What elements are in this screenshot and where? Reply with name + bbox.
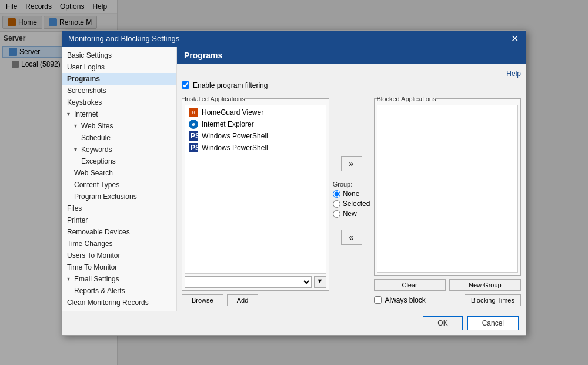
nav-exceptions[interactable]: Exceptions [62,155,176,167]
radio-new-label: New [343,210,357,218]
installed-app-list[interactable]: H HomeGuard Viewer e Internet Explorer [185,105,326,274]
settings-nav: Basic Settings User Logins Programs Scre… [62,47,177,311]
radio-none-label: None [343,190,360,198]
app-name-ps2: Windows PowerShell [202,144,268,152]
help-link[interactable]: Help [506,69,521,78]
cancel-button[interactable]: Cancel [467,316,519,330]
nav-internet[interactable]: ▾Internet [62,108,176,120]
middle-controls: » Group: None Selected [334,95,369,306]
ie-icon: e [189,120,198,129]
nav-content-types[interactable]: Content Types [62,179,176,191]
installed-dropdown-row: ▼ [185,276,326,288]
nav-clean-monitoring[interactable]: Clean Monitoring Records [62,297,176,308]
modal-overlay: Monitoring and Blocking Settings ✕ Basic… [0,0,588,365]
always-block-row: Always block Blocking Times [374,294,522,306]
new-group-button[interactable]: New Group [449,279,521,291]
radio-selected-row: Selected [333,200,370,208]
nav-keystrokes[interactable]: Keystrokes [62,97,176,108]
blocked-applications-fieldset: Blocked Applications [374,95,522,276]
app-name-ie: Internet Explorer [202,120,254,128]
always-block-label: Always block [385,296,426,304]
svg-text:PS: PS [191,144,198,152]
nav-email-settings[interactable]: ▾Email Settings [62,273,176,285]
browse-add-row: Browse Add [182,294,329,306]
nav-programs[interactable]: Programs [62,73,176,85]
clear-newgroup-row: Clear New Group [374,279,522,291]
radio-new-row: New [333,210,357,218]
radio-none-row: None [333,190,360,198]
dialog: Monitoring and Blocking Settings ✕ Basic… [62,30,526,336]
nav-web-search[interactable]: Web Search [62,167,176,179]
nav-user-logins[interactable]: User Logins [62,61,176,73]
homeguard-icon: H [189,108,198,117]
dialog-titlebar: Monitoring and Blocking Settings ✕ [62,31,526,47]
app-item-ps2[interactable]: PS Windows PowerShell [186,142,325,154]
always-block-checkbox[interactable] [374,296,382,304]
app-name-ps1: Windows PowerShell [202,132,268,140]
app-dropdown[interactable] [185,276,312,288]
radio-new[interactable] [333,210,340,218]
content-header: Programs [177,47,526,64]
dialog-close-button[interactable]: ✕ [510,34,520,44]
app-item-homeguard[interactable]: H HomeGuard Viewer [186,107,325,118]
nav-schedule[interactable]: Schedule [62,132,176,144]
clear-button[interactable]: Clear [374,279,446,291]
move-left-button[interactable]: « [341,230,362,245]
installed-applications-fieldset: Installed Applications H HomeGuard Viewe… [182,95,329,291]
nav-time-to-monitor[interactable]: Time To Monitor [62,261,176,273]
enable-filtering-row: Enable program filtering [182,81,521,89]
radio-none[interactable] [333,190,340,198]
blocked-applications-legend: Blocked Applications [377,95,436,102]
nav-removable-devices[interactable]: Removable Devices [62,226,176,238]
browse-button[interactable]: Browse [182,294,223,306]
nav-files[interactable]: Files [62,203,176,214]
nav-screenshots[interactable]: Screenshots [62,85,176,97]
dialog-title: Monitoring and Blocking Settings [68,34,179,43]
nav-program-exclusions[interactable]: Program Exclusions [62,191,176,203]
ok-button[interactable]: OK [423,316,462,330]
dialog-footer: OK Cancel [62,311,526,335]
app-item-ps1[interactable]: PS Windows PowerShell [186,130,325,142]
nav-users-to-monitor[interactable]: Users To Monitor [62,250,176,261]
enable-filtering-label: Enable program filtering [193,81,268,89]
nav-basic-settings[interactable]: Basic Settings [62,49,176,61]
nav-printer[interactable]: Printer [62,214,176,226]
enable-filtering-checkbox[interactable] [182,81,189,89]
nav-time-changes[interactable]: Time Changes [62,238,176,250]
dropdown-arrow[interactable]: ▼ [314,276,326,288]
dialog-body: Basic Settings User Logins Programs Scre… [62,47,526,311]
add-button[interactable]: Add [227,294,259,306]
radio-selected[interactable] [333,200,340,208]
group-label: Group: [333,181,353,188]
nav-keywords[interactable]: ▾Keywords [62,144,176,155]
app-name-homeguard: HomeGuard Viewer [202,108,263,117]
installed-applications-legend: Installed Applications [185,95,245,102]
blocking-times-button[interactable]: Blocking Times [465,294,521,306]
ps1-icon: PS [189,131,198,141]
move-right-button[interactable]: » [341,156,362,171]
ps2-icon: PS [189,143,198,152]
nav-reports-alerts[interactable]: Reports & Alerts [62,285,176,297]
svg-text:PS: PS [191,132,198,140]
blocked-app-list[interactable] [377,105,519,273]
radio-selected-label: Selected [343,200,370,208]
nav-web-sites[interactable]: ▾Web Sites [62,120,176,132]
content-area: Programs Help Enable program filtering I… [177,47,526,311]
app-item-ie[interactable]: e Internet Explorer [186,118,325,130]
